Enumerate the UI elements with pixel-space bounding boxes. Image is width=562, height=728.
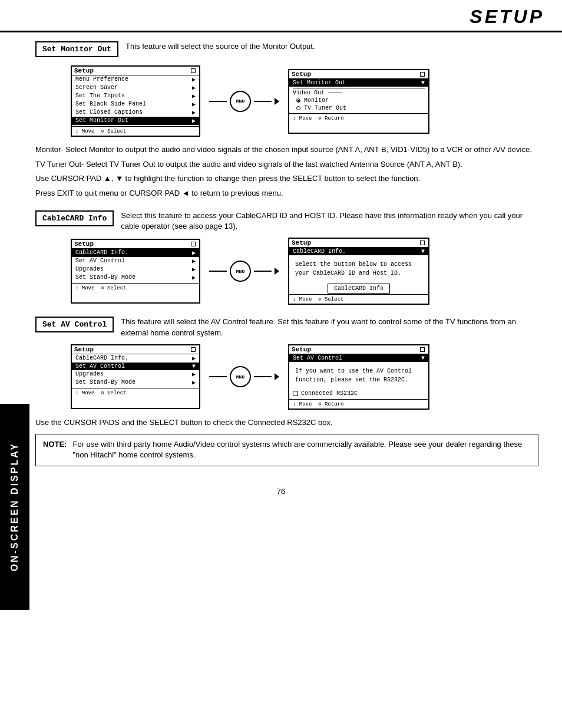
arrow-3: MNU xyxy=(209,366,279,387)
osd-item-monitor-out: Set Monitor Out▶ xyxy=(72,117,199,125)
set-monitor-out-right-screen: Setup Set Monitor Out▼ Video Out ———— Mo… xyxy=(288,69,429,134)
cursor-pads-note: Use the CURSOR PADS and the SELECT butto… xyxy=(35,417,538,429)
osd-av-right-title: Setup xyxy=(289,345,428,354)
set-monitor-out-label: Set Monitor Out xyxy=(35,41,118,57)
note-box: NOTE: For use with third party home Audi… xyxy=(35,434,538,466)
osd-item-closed-cap: Set Closed Captions▶ xyxy=(72,108,199,117)
cablecard-right-content: Select the button below to access your C… xyxy=(289,255,428,282)
menu-button-2: MNU xyxy=(230,261,251,282)
osd-item-black-side: Set Black Side Panel▶ xyxy=(72,100,199,108)
osd-cablecard-right-selected: CableCARD Info.▼ xyxy=(289,248,428,255)
page-title: SETUP xyxy=(470,6,544,28)
osd-av-right-footer: ↕ Move ⊙ Return xyxy=(289,399,428,409)
side-label-container: ON-SCREEN DISPLAY xyxy=(0,404,29,610)
av-control-left-screen: Setup CableCARD Info.▶ Set AV Control▼ U… xyxy=(71,344,200,409)
page-number: 76 xyxy=(0,481,562,502)
set-monitor-out-header: Set Monitor Out This feature will select… xyxy=(35,41,538,60)
osd-item-set-inputs: Set The Inputs▶ xyxy=(72,92,199,100)
av-control-right-screen: Setup Set AV Control▼ If you want to use… xyxy=(288,344,429,410)
rs232c-checkbox-item: Connected RS232C xyxy=(289,389,428,398)
cablecard-header: CableCARD Info Select this feature to ac… xyxy=(35,210,538,232)
osd-cablecard-title: Setup xyxy=(72,240,199,249)
av-control-desc: This feature will select the AV Control … xyxy=(121,317,538,338)
set-monitor-out-desc: This feature will select the source of t… xyxy=(125,41,538,52)
monitor-out-desc-4: Press EXIT to quit menu or CURSOR PAD ◄ … xyxy=(35,187,538,199)
cablecard-screens: Setup CableCARD Info.▶ Set AV Control▶ U… xyxy=(71,238,538,305)
menu-button-1: MNU xyxy=(230,91,251,112)
osd-footer-1: ↕ Move ⊙ Select xyxy=(72,126,199,136)
note-label: NOTE: xyxy=(43,439,67,460)
osd-av-control-item: Set AV Control▶ xyxy=(72,257,199,265)
note-text: For use with third party home Audio/Vide… xyxy=(72,439,531,460)
osd-av-cablecard-item: CableCARD Info.▶ xyxy=(72,354,199,363)
main-content: Set Monitor Out This feature will select… xyxy=(0,32,562,481)
set-monitor-out-left-screen: Setup Menu Preference▶ Screen Saver▶ Set… xyxy=(71,65,200,137)
osd-av-selected-item: Set AV Control▼ xyxy=(72,363,199,370)
osd-right-selected: Set Monitor Out▼ xyxy=(289,79,428,87)
osd-item-menu-pref: Menu Preference▶ xyxy=(72,75,199,84)
arrow-2: MNU xyxy=(209,261,279,282)
osd-right-title: Setup xyxy=(289,70,428,79)
cablecard-label: CableCARD Info xyxy=(35,210,114,226)
rs232c-checkbox[interactable] xyxy=(293,391,298,396)
side-label: ON-SCREEN DISPLAY xyxy=(9,442,20,571)
av-control-header: Set AV Control This feature will select … xyxy=(35,317,538,338)
monitor-out-desc-1: Monitor- Select Monitor to output the au… xyxy=(35,144,538,156)
osd-cablecard-right-title: Setup xyxy=(289,239,428,248)
av-right-content: If you want to use the AV Control functi… xyxy=(289,362,428,389)
osd-item-screen-saver: Screen Saver▶ xyxy=(72,84,199,92)
cablecard-info-btn: CableCARD Info xyxy=(289,285,428,292)
monitor-out-desc-2: TV Tuner Out- Select TV Tuner Out to out… xyxy=(35,159,538,170)
cablecard-left-screen: Setup CableCARD Info.▶ Set AV Control▶ U… xyxy=(71,239,200,304)
cablecard-section: CableCARD Info Select this feature to ac… xyxy=(35,210,538,305)
menu-button-3: MNU xyxy=(230,366,251,387)
osd-av-standby-item: Set Stand-By Mode▶ xyxy=(72,378,199,387)
monitor-out-desc-3: Use CURSOR PAD ▲, ▼ to highlight the fun… xyxy=(35,173,538,185)
av-control-section: Set AV Control This feature will select … xyxy=(35,317,538,466)
rs232c-checkbox-label: Connected RS232C xyxy=(301,390,358,397)
osd-title: Setup xyxy=(72,67,199,75)
osd-av-title: Setup xyxy=(72,345,199,354)
osd-cablecard-right-footer: ↕ Move ⊙ Select xyxy=(289,294,428,304)
page-header: SETUP xyxy=(0,0,562,32)
cablecard-right-screen: Setup CableCARD Info.▼ Select the button… xyxy=(288,238,429,305)
osd-av-right-selected: Set AV Control▼ xyxy=(289,354,428,362)
osd-standby-item: Set Stand-By Mode▶ xyxy=(72,274,199,282)
osd-upgrades-item: Upgrades▶ xyxy=(72,265,199,274)
osd-cablecard-item: CableCARD Info.▶ xyxy=(72,249,199,257)
cablecard-desc: Select this feature to access your Cable… xyxy=(121,210,538,232)
osd-cablecard-footer: ↕ Move ⊙ Select xyxy=(72,283,199,292)
osd-av-upgrades-item: Upgrades▶ xyxy=(72,370,199,378)
av-control-label: Set AV Control xyxy=(35,317,114,332)
arrow-1: MNU xyxy=(209,91,279,112)
av-control-screens: Setup CableCARD Info.▶ Set AV Control▼ U… xyxy=(71,344,538,410)
osd-av-footer: ↕ Move ⊙ Select xyxy=(72,388,199,397)
set-monitor-out-screens: Setup Menu Preference▶ Screen Saver▶ Set… xyxy=(71,65,538,137)
osd-right-footer-1: ↕ Move ⊙ Return xyxy=(289,113,428,123)
